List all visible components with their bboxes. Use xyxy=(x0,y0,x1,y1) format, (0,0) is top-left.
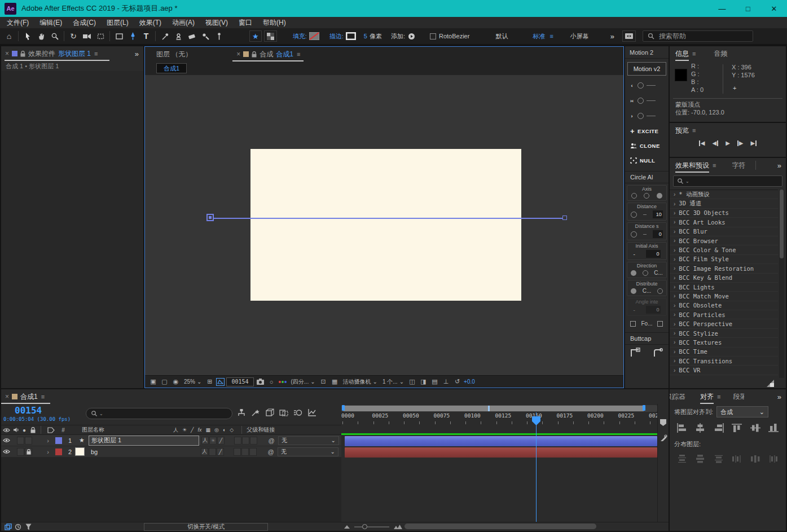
anchor-right-slider[interactable]: › xyxy=(625,108,669,124)
layer-bar-shape-layer[interactable] xyxy=(345,436,657,446)
transparency-grid-icon[interactable]: ▦ xyxy=(330,377,340,386)
previous-frame-button[interactable]: ◀ xyxy=(712,140,718,146)
comp-marker-icon[interactable] xyxy=(660,419,667,427)
effects-category-row[interactable]: › BCC Particles xyxy=(670,310,778,319)
magnification-select[interactable]: 25%⌄ xyxy=(182,379,203,385)
camera-tool-icon[interactable] xyxy=(80,29,94,43)
comp-quick-tab[interactable]: 合成1 xyxy=(156,63,187,73)
align-to-select[interactable]: 合成⌄ xyxy=(716,406,768,417)
workspace-small-screen[interactable]: 小屏幕 xyxy=(570,32,589,41)
info-tab[interactable]: 信息 xyxy=(675,46,689,61)
twirl-icon[interactable]: › xyxy=(674,321,675,327)
panel-overflow-icon[interactable]: » xyxy=(777,393,781,401)
view-layout-select[interactable]: 1 个...⌄ xyxy=(381,378,406,386)
layer-expander-icon[interactable]: › xyxy=(41,437,55,444)
menu-item[interactable]: 效果(T) xyxy=(139,18,161,28)
menu-item[interactable]: 文件(F) xyxy=(7,18,29,28)
twirl-icon[interactable]: › xyxy=(674,238,675,244)
distribute-left-icon[interactable] xyxy=(730,453,744,464)
channel-glasses-icon[interactable]: ◉ xyxy=(171,377,181,386)
workspace-standard[interactable]: 标准 ≡ xyxy=(533,32,553,41)
menu-item[interactable]: 窗口 xyxy=(239,18,252,28)
frame-blend-column-icon[interactable]: ▦ xyxy=(206,427,211,433)
axis-x-option[interactable] xyxy=(631,193,637,199)
graph-mode-icon[interactable] xyxy=(13,524,23,530)
align-v-center-icon[interactable] xyxy=(749,422,762,433)
initial-axis-value[interactable]: 0 xyxy=(646,250,661,258)
parent-pickwhip-icon[interactable]: @ xyxy=(265,437,278,444)
exposure-value[interactable]: +0.0 xyxy=(464,379,475,385)
motion-blur-column-icon[interactable]: ◎ xyxy=(214,427,219,433)
path-vertex-handle[interactable] xyxy=(562,216,567,220)
work-area-track[interactable] xyxy=(341,405,657,412)
effects-category-row[interactable]: › BCC Stylize xyxy=(670,329,778,338)
work-area-end-handle[interactable] xyxy=(643,405,645,411)
fx-switch[interactable]: ╱ xyxy=(217,437,225,445)
motion-star-button[interactable]: ★ xyxy=(249,30,262,42)
puppet-pin-tool-icon[interactable] xyxy=(212,29,226,43)
timeline-zoom-slider[interactable] xyxy=(354,526,389,527)
layer-expander-icon[interactable]: › xyxy=(41,449,55,455)
twirl-icon[interactable]: › xyxy=(674,247,675,253)
always-preview-icon[interactable]: ▣ xyxy=(148,377,158,386)
next-frame-button[interactable]: ▶ xyxy=(737,140,744,146)
transparency-grid-button[interactable] xyxy=(264,30,277,42)
direction-option-c[interactable]: C... xyxy=(654,270,663,276)
effects-category-row[interactable]: › BCC Blur xyxy=(670,227,778,236)
anchor-left-slider[interactable]: ‹ xyxy=(625,78,669,93)
quality-column-icon[interactable]: ╱ xyxy=(191,427,194,433)
direction-option-b[interactable] xyxy=(643,270,648,276)
twirl-icon[interactable]: › xyxy=(674,293,675,299)
play-button[interactable]: ▶ xyxy=(726,140,730,146)
twirl-icon[interactable]: › xyxy=(674,275,675,281)
pen-tool-icon[interactable] xyxy=(126,29,139,43)
effects-category-row[interactable]: › BCC Textures xyxy=(670,338,778,347)
angle-value[interactable]: 0 xyxy=(646,306,661,314)
work-area-bar[interactable] xyxy=(343,406,644,411)
buttcap-section-tab[interactable]: Buttcap xyxy=(625,332,669,345)
last-frame-button[interactable]: ▶ xyxy=(751,140,757,146)
lock-column-icon[interactable] xyxy=(28,427,37,433)
effects-category-row[interactable]: › BCC Key & Blend xyxy=(670,274,778,283)
distance-s-value[interactable]: 0 xyxy=(653,230,663,238)
camera-select[interactable]: 活动摄像机⌄ xyxy=(341,378,379,386)
align-left-icon[interactable] xyxy=(675,422,689,433)
panel-menu-icon[interactable]: ≡ xyxy=(713,162,716,169)
collapse-switch[interactable]: ☀ xyxy=(209,437,217,445)
pixel-aspect-icon[interactable]: ◫ xyxy=(407,377,417,386)
expand-layers-icon[interactable] xyxy=(3,524,13,530)
panel-target-layer[interactable]: 形状图层 1 xyxy=(58,49,91,59)
solo-cell[interactable] xyxy=(25,437,32,445)
align-bottom-icon[interactable] xyxy=(767,422,780,433)
time-ruler[interactable]: 0000000250005000075001000012500150001750… xyxy=(341,412,657,420)
motion-blur-icon[interactable] xyxy=(293,408,302,417)
composition-canvas[interactable] xyxy=(145,75,623,375)
quality-switch[interactable]: 人 xyxy=(201,437,209,445)
stroke-label[interactable]: 描边: xyxy=(329,32,344,41)
quill-icon[interactable] xyxy=(660,434,667,442)
grid-guides-icon[interactable]: ⊞ xyxy=(205,377,214,386)
twirl-icon[interactable]: › xyxy=(674,219,675,225)
audio-cell[interactable] xyxy=(17,437,24,445)
panel-resize-grip[interactable] xyxy=(767,380,775,387)
twirl-icon[interactable]: › xyxy=(674,201,675,207)
fill-label[interactable]: 填充: xyxy=(293,32,307,41)
distribute-option-a[interactable] xyxy=(631,288,636,294)
timeline-search-box[interactable]: ⌄ xyxy=(86,408,232,419)
axis-y-option[interactable] xyxy=(644,193,649,199)
audio-cell[interactable] xyxy=(17,448,24,456)
motion-panel-tab[interactable]: Motion 2 xyxy=(625,46,669,59)
eraser-tool-icon[interactable] xyxy=(185,29,199,43)
panel-menu-icon[interactable]: ≡ xyxy=(41,393,45,400)
distribute-top-icon[interactable] xyxy=(675,453,689,464)
fill-swatch[interactable] xyxy=(309,32,319,40)
timeline-empty-area[interactable] xyxy=(1,458,341,522)
panel-menu-icon[interactable]: ≡ xyxy=(94,50,98,57)
resolution-select[interactable]: (四分...⌄ xyxy=(289,378,317,386)
preview-tab[interactable]: 预览 xyxy=(675,126,689,135)
panel-overflow-icon[interactable]: » xyxy=(777,161,781,170)
corner-path-icon-a[interactable] xyxy=(630,347,641,358)
lock-icon[interactable] xyxy=(20,51,25,57)
shape-path-line[interactable] xyxy=(210,218,564,219)
distribute-bottom-icon[interactable] xyxy=(712,453,726,464)
